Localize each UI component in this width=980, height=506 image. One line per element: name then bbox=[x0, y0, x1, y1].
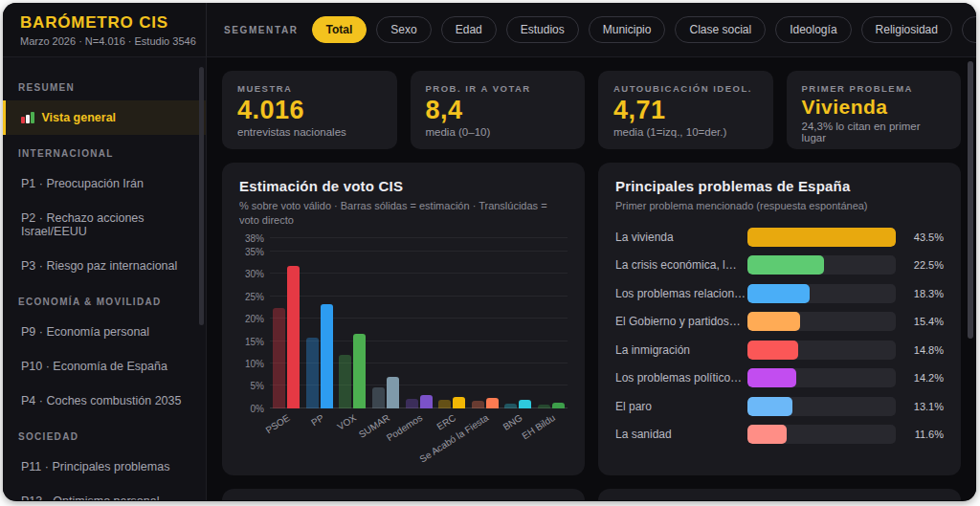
estimation-bar-vox[interactable] bbox=[353, 334, 366, 408]
x-tick-label: ERC bbox=[434, 412, 457, 432]
problem-label: La crisis económica, l… bbox=[615, 258, 747, 272]
estimation-bar-erc[interactable] bbox=[453, 397, 465, 408]
kpi-label: PROB. IR A VOTAR bbox=[426, 83, 570, 94]
bar-group-bng bbox=[501, 238, 535, 408]
kpi-row: MUESTRA4.016entrevistas nacionalesPROB. … bbox=[222, 71, 961, 149]
segment-tab-sexo[interactable]: Sexo bbox=[376, 16, 431, 43]
x-label-cell: Se Acabó la Fiesta bbox=[468, 408, 501, 464]
segment-tab-religiosidad[interactable]: Religiosidad bbox=[861, 16, 952, 43]
app-title: BARÓMETRO CIS bbox=[20, 13, 206, 33]
sidebar-scrollbar[interactable] bbox=[199, 67, 204, 325]
sidebar-section-title: ECONOMÍA & MOVILIDAD bbox=[3, 283, 206, 315]
direct-vote-bar-sumar[interactable] bbox=[372, 387, 385, 408]
problem-row-5: Los problemas político…14.2% bbox=[615, 368, 944, 388]
y-tick-label: 38% bbox=[245, 232, 264, 243]
problems-chart-title: Principales problemas de España bbox=[615, 178, 944, 194]
problem-row-2: Los problemas relacion…18.3% bbox=[615, 283, 944, 303]
segment-tab-municipio[interactable]: Municipio bbox=[589, 16, 666, 43]
kpi-subtext: media (0–10) bbox=[426, 126, 570, 138]
kpi-subtext: media (1=izq., 10=der.) bbox=[613, 126, 758, 138]
estimation-bar-bng[interactable] bbox=[519, 400, 531, 408]
problems-card: Principales problemas de España Primer p… bbox=[598, 163, 961, 475]
problem-row-4: La inmigración14.8% bbox=[615, 340, 944, 360]
sidebar-item-p4-coches-combusti-n-2035[interactable]: P4 · Coches combustión 2035 bbox=[3, 384, 206, 418]
app-subtitle: Marzo 2026 · N=4.016 · Estudio 3546 bbox=[20, 35, 206, 47]
sidebar-item-label: P4 · Coches combustión 2035 bbox=[21, 394, 181, 407]
problem-bar-fill[interactable] bbox=[747, 341, 798, 360]
sidebar-item-p2-rechazo-acciones-israel-eeuu[interactable]: P2 · Rechazo acciones Israel/EEUU bbox=[3, 201, 206, 249]
kpi-value: 4.016 bbox=[237, 97, 382, 123]
problem-value: 13.1% bbox=[896, 401, 944, 412]
bar-group-psoe bbox=[270, 238, 303, 408]
sidebar-item-p11-principales-problemas[interactable]: P11 · Principales problemas bbox=[3, 450, 206, 484]
sidebar-item-p1-preocupaci-n-ir-n[interactable]: P1 · Preocupación Irán bbox=[3, 166, 206, 201]
sidebar-item-label: P11 · Principales problemas bbox=[21, 460, 169, 473]
sidebar-item-p3-riesgo-paz-internacional[interactable]: P3 · Riesgo paz internacional bbox=[3, 249, 206, 283]
y-tick-label: 35% bbox=[245, 246, 264, 256]
bar-group-erc bbox=[435, 238, 469, 408]
segment-tab-estudios[interactable]: Estudios bbox=[506, 16, 579, 43]
estimation-bar-se-acab-la-fiesta[interactable] bbox=[486, 398, 499, 408]
problem-bar-fill[interactable] bbox=[747, 368, 796, 387]
problem-bar-fill[interactable] bbox=[747, 284, 810, 303]
sidebar-item-label: P1 · Preocupación Irán bbox=[21, 177, 144, 190]
problem-bar-track bbox=[747, 255, 896, 275]
direct-vote-bar-se-acab-la-fiesta[interactable] bbox=[472, 401, 484, 407]
segment-tab-total[interactable]: Total bbox=[312, 16, 368, 43]
sidebar-item-label: P9 · Economía personal bbox=[21, 325, 149, 339]
kpi-subtext: 24,3% lo citan en primer lugar bbox=[802, 121, 947, 143]
y-tick-label: 20% bbox=[245, 314, 264, 324]
main-scrollbar[interactable] bbox=[968, 61, 973, 339]
body-row: RESUMENVista generalINTERNACIONALP1 · Pr… bbox=[3, 57, 976, 500]
problem-row-6: El paro13.1% bbox=[615, 396, 944, 416]
problem-bar-track bbox=[747, 368, 896, 387]
sidebar-item-label: P13 · Optimismo personal bbox=[21, 495, 160, 500]
estimation-bar-sumar[interactable] bbox=[387, 377, 399, 408]
segment-tab-recuerdo-de-voto[interactable]: Recuerdo de voto bbox=[962, 16, 976, 43]
clipped-cards-row bbox=[222, 489, 961, 500]
segment-label: SEGMENTAR bbox=[224, 25, 299, 35]
kpi-value: 4,71 bbox=[613, 97, 758, 123]
segment-tab-clase-social[interactable]: Clase social bbox=[675, 16, 766, 43]
sidebar: RESUMENVista generalINTERNACIONALP1 · Pr… bbox=[3, 57, 207, 500]
bar-group-se-acab-la-fiesta bbox=[468, 238, 501, 408]
problems-bar-list: La vivienda43.5%La crisis económica, l…2… bbox=[615, 227, 944, 445]
problem-value: 11.6% bbox=[896, 429, 944, 440]
problem-bar-track bbox=[747, 341, 896, 360]
kpi-card-primer-problema: PRIMER PROBLEMAVivienda24,3% lo citan en… bbox=[787, 71, 962, 149]
estimation-bar-podemos[interactable] bbox=[420, 395, 433, 408]
direct-vote-bar-erc[interactable] bbox=[438, 400, 451, 407]
segment-tab-edad[interactable]: Edad bbox=[441, 16, 497, 43]
x-tick-label: PP bbox=[309, 412, 325, 428]
problem-bar-fill[interactable] bbox=[747, 255, 824, 275]
x-label-cell: PP bbox=[303, 408, 337, 464]
sidebar-item-p13-optimismo-personal[interactable]: P13 · Optimismo personal bbox=[3, 484, 206, 500]
problem-row-3: El Gobierno y partidos…15.4% bbox=[615, 312, 944, 332]
problem-bar-fill[interactable] bbox=[747, 228, 896, 247]
estimation-bar-pp[interactable] bbox=[321, 304, 333, 408]
vote-chart-plot-wrap: 0%5%10%15%20%25%30%35%38% bbox=[239, 238, 568, 408]
direct-vote-bar-psoe[interactable] bbox=[273, 308, 285, 407]
problem-bar-track bbox=[747, 228, 896, 247]
sidebar-item-label: Vista general bbox=[42, 111, 117, 124]
sidebar-item-vista-general[interactable]: Vista general bbox=[3, 100, 206, 135]
clipped-card bbox=[598, 489, 961, 500]
brand-block: BARÓMETRO CIS Marzo 2026 · N=4.016 · Est… bbox=[3, 3, 207, 56]
problem-bar-fill[interactable] bbox=[747, 425, 787, 444]
problem-label: El paro bbox=[615, 400, 747, 413]
problem-bar-fill[interactable] bbox=[747, 312, 800, 331]
direct-vote-bar-vox[interactable] bbox=[339, 355, 351, 408]
y-tick-label: 25% bbox=[245, 291, 264, 301]
problems-chart-subtitle: Primer problema mencionado (respuesta es… bbox=[615, 199, 944, 213]
bar-group-eh-bildu bbox=[535, 238, 568, 408]
kpi-subtext: entrevistas nacionales bbox=[237, 126, 382, 138]
segment-tab-ideología[interactable]: Ideología bbox=[775, 16, 851, 43]
estimation-bar-psoe[interactable] bbox=[287, 266, 300, 408]
sidebar-item-p10-econom-a-de-espa-a[interactable]: P10 · Economía de España bbox=[3, 349, 206, 384]
problem-bar-fill[interactable] bbox=[747, 397, 792, 416]
sidebar-item-p9-econom-a-personal[interactable]: P9 · Economía personal bbox=[3, 315, 206, 349]
direct-vote-bar-pp[interactable] bbox=[306, 338, 319, 408]
direct-vote-bar-podemos[interactable] bbox=[406, 399, 418, 408]
problem-bar-track bbox=[747, 397, 896, 416]
vote-chart-plot bbox=[270, 238, 568, 408]
